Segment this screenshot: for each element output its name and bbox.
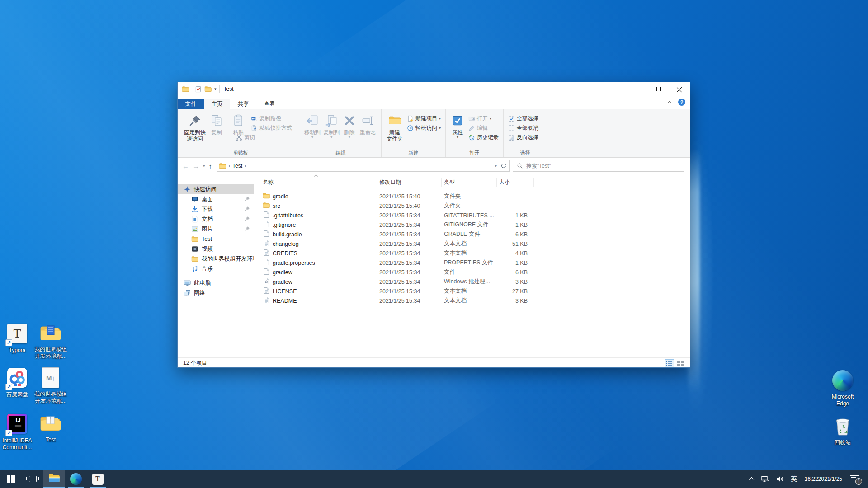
file-row[interactable]: gradle.properties 2021/1/25 15:34 PROPER…	[260, 258, 685, 267]
refresh-icon[interactable]	[500, 163, 507, 169]
desktop-icon-recycle-bin[interactable]: 回收站	[823, 415, 862, 446]
action-center-button[interactable]: 1	[847, 470, 865, 488]
sidebar-item[interactable]: 此电脑	[178, 278, 254, 288]
paste-shortcut-button[interactable]: 粘贴快捷方式	[249, 123, 294, 133]
chevron-right-icon[interactable]: ›	[228, 163, 230, 169]
details-view-button[interactable]	[665, 360, 674, 367]
input-language-indicator[interactable]: 英	[788, 470, 800, 488]
copy-icon	[210, 113, 223, 128]
new-folder-icon[interactable]	[204, 85, 212, 93]
sidebar-item[interactable]: 视频	[178, 244, 254, 254]
collapse-ribbon-icon[interactable]	[667, 100, 672, 105]
file-row[interactable]: README 2021/1/25 15:34 文本文档 3 KB	[260, 296, 685, 305]
tab-view[interactable]: 查看	[256, 99, 283, 109]
search-input[interactable]: 搜索"Test"	[513, 160, 684, 172]
file-list-pane[interactable]: 名称 修改日期 类型 大小 gradle 2021/1/25 15:40 文件夹…	[254, 174, 690, 357]
recent-locations-icon[interactable]: ▾	[203, 164, 205, 168]
delete-button[interactable]: 删除▾	[341, 112, 357, 139]
new-folder-button[interactable]: 新建文件夹	[384, 112, 405, 142]
file-row[interactable]: gradle 2021/1/25 15:40 文件夹	[260, 192, 685, 201]
task-view-button[interactable]	[22, 470, 43, 488]
copy-path-button[interactable]: 复制路径	[249, 114, 294, 123]
cut-button[interactable]: 剪切	[234, 133, 294, 142]
delete-icon	[343, 113, 356, 128]
invert-selection-button[interactable]: 反向选择	[506, 133, 540, 142]
sidebar-item[interactable]: 网络	[178, 288, 254, 298]
rename-button[interactable]: 重命名	[358, 112, 378, 136]
hidden-icons-button[interactable]	[747, 470, 757, 488]
taskbar-edge-button[interactable]	[65, 470, 87, 488]
copy-button[interactable]: 复制	[206, 112, 227, 136]
desktop-icon-test-folder[interactable]: Test	[31, 413, 70, 443]
file-row[interactable]: src 2021/1/25 15:40 文件夹	[260, 201, 685, 211]
close-button[interactable]	[669, 82, 690, 96]
minimize-button[interactable]	[627, 82, 648, 96]
file-row[interactable]: gradlew 2021/1/25 15:34 文件 6 KB	[260, 267, 685, 277]
up-button[interactable]: ↑	[209, 162, 212, 170]
history-button[interactable]: 历史记录	[467, 133, 500, 142]
column-header-size[interactable]: 大小	[497, 178, 534, 187]
file-row[interactable]: LICENSE 2021/1/25 15:34 文本文档 27 KB	[260, 286, 685, 296]
pin-to-quick-access-button[interactable]: 固定到快速访问	[184, 112, 206, 142]
sidebar-item[interactable]: 音乐	[178, 264, 254, 274]
column-header-date[interactable]: 修改日期	[377, 178, 442, 187]
forward-button[interactable]: →	[193, 162, 199, 170]
breadcrumb[interactable]: Test	[232, 163, 242, 169]
clock[interactable]: 16:22 2021/1/25	[801, 470, 846, 488]
open-button[interactable]: 打开▾	[467, 114, 500, 123]
sidebar-item[interactable]: 文档	[178, 214, 254, 224]
select-all-button[interactable]: 全部选择	[506, 114, 540, 123]
move-to-button[interactable]: 移动到▾	[303, 112, 322, 139]
file-date: 2021/1/25 15:34	[377, 222, 442, 228]
column-header-type[interactable]: 类型	[442, 178, 497, 187]
easy-access-button[interactable]: 轻松访问▾	[405, 123, 443, 133]
properties-icon[interactable]	[195, 86, 202, 93]
edit-button[interactable]: 编辑	[467, 123, 500, 133]
file-row[interactable]: .gitignore 2021/1/25 15:34 GITIGNORE 文件 …	[260, 220, 685, 230]
address-dropdown-icon[interactable]: ▾	[495, 164, 497, 168]
sidebar-item[interactable]: 下载	[178, 204, 254, 214]
tab-home[interactable]: 主页	[204, 99, 230, 109]
thumbnails-view-button[interactable]	[676, 360, 684, 367]
title-bar[interactable]: ▾ Test	[178, 82, 690, 96]
sidebar-item[interactable]: 图片	[178, 224, 254, 234]
select-none-button[interactable]: 全部取消	[506, 123, 540, 133]
file-type: GITIGNORE 文件	[442, 221, 497, 229]
file-row[interactable]: changelog 2021/1/25 15:34 文本文档 51 KB	[260, 239, 685, 249]
desktop-icon-microsoft-edge[interactable]: Microsoft Edge	[823, 370, 862, 407]
taskbar-file-explorer-button[interactable]	[43, 470, 65, 488]
tab-share[interactable]: 共享	[230, 99, 256, 109]
file-date: 2021/1/25 15:34	[377, 231, 442, 238]
file-icon	[263, 230, 270, 239]
sidebar-item[interactable]: 快速访问	[178, 184, 254, 194]
file-icon	[263, 239, 270, 248]
file-row[interactable]: .gitattributes 2021/1/25 15:34 GITATTRIB…	[260, 211, 685, 220]
copy-to-button[interactable]: 复制到▾	[322, 112, 341, 139]
desktop-icon-mc-mod-md[interactable]: M↓ 我的世界模组 开发环境配...	[31, 367, 70, 404]
desktop-icon-mc-mod-folder[interactable]: 我的世界模组 开发环境配...	[31, 323, 70, 360]
help-icon[interactable]: ?	[678, 99, 685, 106]
sidebar-item[interactable]: Test	[178, 234, 254, 244]
start-button[interactable]	[0, 470, 22, 488]
column-header-name[interactable]: 名称	[260, 178, 377, 187]
file-row[interactable]: gradlew 2021/1/25 15:34 Windows 批处理... 3…	[260, 277, 685, 286]
properties-button[interactable]: 属性▾	[448, 112, 467, 139]
network-tray-button[interactable]	[758, 470, 772, 488]
taskbar-typora-button[interactable]: T	[87, 470, 108, 488]
file-date: 2021/1/25 15:34	[377, 269, 442, 276]
file-row[interactable]: build.gradle 2021/1/25 15:34 GRADLE 文件 6…	[260, 230, 685, 239]
chevron-right-icon[interactable]: ›	[245, 163, 246, 169]
folder-icon[interactable]	[182, 85, 189, 93]
address-bar[interactable]: › Test › ▾	[217, 160, 510, 172]
move-to-icon	[306, 113, 319, 128]
sidebar-item[interactable]: 我的世界模组开发环境	[178, 254, 254, 264]
sidebar-item[interactable]: 桌面	[178, 194, 254, 204]
volume-tray-button[interactable]	[773, 470, 787, 488]
paste-button[interactable]: 粘贴	[227, 112, 249, 136]
new-item-button[interactable]: 新建项目▾	[405, 114, 443, 123]
back-button[interactable]: ←	[182, 162, 189, 170]
qat-dropdown-icon[interactable]: ▾	[214, 87, 217, 91]
maximize-button[interactable]	[648, 82, 669, 96]
file-row[interactable]: CREDITS 2021/1/25 15:34 文本文档 4 KB	[260, 249, 685, 258]
tab-file[interactable]: 文件	[178, 99, 204, 109]
